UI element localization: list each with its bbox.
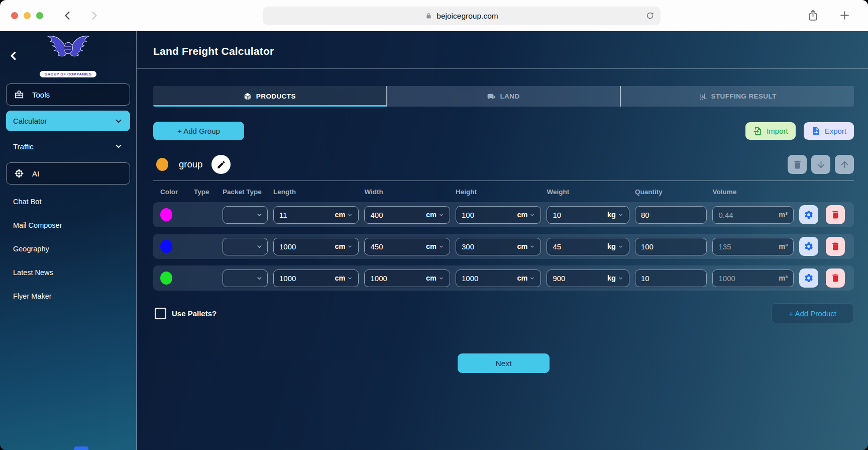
delete-group-button[interactable]: [788, 155, 807, 174]
sidebar-item-traffic[interactable]: Traffic: [6, 136, 130, 156]
width-input-unit[interactable]: cm: [426, 274, 444, 282]
product-settings-button[interactable]: [799, 205, 818, 224]
unit-label: cm: [517, 211, 527, 219]
height-input-value: 1000: [462, 274, 478, 283]
lock-icon: [425, 12, 432, 20]
move-group-down-button[interactable]: [811, 155, 830, 174]
tab-products[interactable]: PRODUCTS: [153, 86, 387, 107]
sidebar-item-chat-bot[interactable]: Chat Bot: [0, 192, 136, 212]
share-icon[interactable]: [807, 9, 819, 22]
weight-input[interactable]: 900kg: [547, 269, 629, 287]
delete-product-button[interactable]: [826, 205, 845, 224]
edit-group-button[interactable]: [211, 155, 231, 174]
sidebar-item-flyer-maker[interactable]: Flyer Maker: [0, 286, 136, 306]
length-input-unit[interactable]: cm: [335, 211, 353, 219]
weight-input-unit[interactable]: kg: [607, 211, 623, 219]
logo-caption: GROUP OF COMPANIES: [40, 71, 96, 77]
address-bar[interactable]: bejoicegroup.com: [263, 7, 661, 25]
add-group-button[interactable]: + Add Group: [153, 122, 244, 140]
product-row: 11cm400cm100cm10kg800.44m³: [153, 202, 854, 227]
width-input[interactable]: 450cm: [364, 238, 450, 255]
height-input[interactable]: 1000cm: [456, 269, 541, 287]
column-header-color: Color: [160, 188, 188, 196]
packet-type-select[interactable]: [223, 269, 268, 287]
group-color-dot[interactable]: [156, 158, 168, 171]
ai-icon: [14, 168, 25, 179]
width-input-unit[interactable]: cm: [426, 242, 444, 250]
product-color-dot[interactable]: [160, 208, 172, 221]
chevron-down-icon: [529, 276, 535, 281]
weight-input-unit[interactable]: kg: [607, 274, 623, 282]
zoom-window-button[interactable]: [36, 12, 43, 19]
group-actions: [788, 155, 854, 174]
product-color-cell: [160, 240, 188, 253]
length-input[interactable]: 1000cm: [273, 269, 359, 287]
url-text: bejoicegroup.com: [437, 12, 498, 21]
weight-input-unit[interactable]: kg: [607, 242, 623, 250]
width-input[interactable]: 400cm: [364, 206, 450, 224]
product-row: 1000cm1000cm1000cm900kg101000m³: [153, 265, 854, 291]
chevron-down-icon: [256, 243, 263, 250]
tab-land[interactable]: LAND: [387, 86, 621, 107]
tab-stuffing-result[interactable]: STUFFING RESULT: [621, 86, 854, 107]
sidebar-item-calculator[interactable]: Calculator: [6, 111, 130, 131]
delete-product-button[interactable]: [826, 237, 845, 256]
quantity-input[interactable]: 10: [635, 269, 707, 287]
gear-icon: [804, 273, 814, 283]
length-input-unit[interactable]: cm: [335, 242, 353, 250]
close-window-button[interactable]: [11, 12, 18, 19]
sidebar-nav: Tools Calculator Traffic: [0, 83, 136, 306]
sidebar-links: Chat BotMail ComposerGeographyLatest New…: [0, 192, 136, 306]
sidebar-item-geography[interactable]: Geography: [0, 239, 136, 259]
move-group-up-button[interactable]: [835, 155, 854, 174]
chevron-down-icon: [618, 276, 623, 281]
weight-input[interactable]: 10kg: [547, 206, 629, 224]
minimize-window-button[interactable]: [24, 12, 31, 19]
next-wrap: Next: [153, 353, 854, 373]
quantity-input[interactable]: 80: [635, 206, 707, 224]
height-input[interactable]: 100cm: [456, 206, 541, 224]
reload-icon[interactable]: [645, 11, 655, 21]
height-input-unit[interactable]: cm: [517, 211, 535, 219]
unit-label: cm: [517, 242, 527, 250]
next-button[interactable]: Next: [458, 353, 550, 373]
packet-type-select[interactable]: [223, 206, 268, 224]
product-settings-button[interactable]: [799, 268, 818, 288]
length-input-unit[interactable]: cm: [335, 274, 353, 282]
width-input[interactable]: 1000cm: [364, 269, 450, 287]
new-tab-icon[interactable]: [838, 9, 851, 22]
product-color-dot[interactable]: [160, 240, 172, 253]
chevron-down-icon: [529, 212, 535, 218]
sidebar-collapse-button[interactable]: [7, 49, 20, 62]
width-input-unit[interactable]: cm: [426, 211, 444, 219]
sidebar-item-tools[interactable]: Tools: [6, 83, 130, 106]
sidebar-item-mail-composer[interactable]: Mail Composer: [0, 215, 136, 235]
width-input-value: 1000: [370, 274, 387, 283]
product-settings-button[interactable]: [799, 237, 818, 256]
height-input-unit[interactable]: cm: [517, 242, 535, 250]
use-pallets-checkbox[interactable]: [155, 308, 166, 319]
quantity-input-value: 10: [641, 274, 649, 283]
truck-icon: [487, 93, 495, 101]
length-input[interactable]: 11cm: [273, 206, 359, 224]
product-color-dot[interactable]: [160, 272, 172, 285]
height-input-value: 100: [462, 211, 474, 219]
tab-label: STUFFING RESULT: [711, 93, 777, 100]
length-input[interactable]: 1000cm: [273, 238, 359, 255]
export-button[interactable]: Export: [804, 122, 854, 140]
import-button[interactable]: Import: [745, 122, 796, 140]
chevron-down-icon: [114, 142, 123, 151]
sidebar-item-ai[interactable]: AI: [6, 162, 130, 185]
volume-input-unit: m³: [779, 242, 788, 250]
sidebar-item-latest-news[interactable]: Latest News: [0, 262, 136, 283]
forward-button[interactable]: [88, 10, 100, 22]
height-input-unit[interactable]: cm: [517, 274, 535, 282]
height-input[interactable]: 300cm: [456, 238, 541, 255]
delete-product-button[interactable]: [826, 268, 845, 288]
packet-type-select[interactable]: [223, 238, 268, 255]
weight-input[interactable]: 45kg: [547, 238, 629, 255]
back-button[interactable]: [62, 10, 74, 22]
add-product-button[interactable]: + Add Product: [771, 303, 854, 323]
unit-label: cm: [335, 211, 346, 219]
quantity-input[interactable]: 100: [635, 238, 707, 255]
